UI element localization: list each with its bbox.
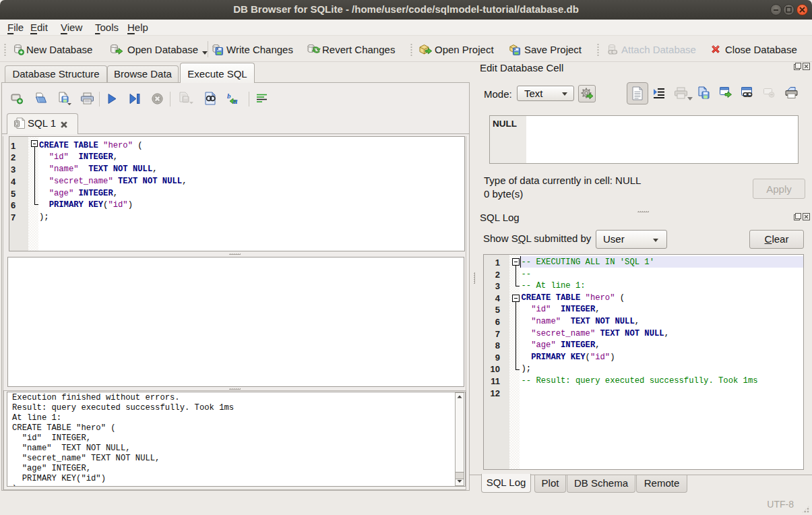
svg-text:b: b	[227, 92, 231, 100]
svg-text:a: a	[233, 96, 238, 105]
